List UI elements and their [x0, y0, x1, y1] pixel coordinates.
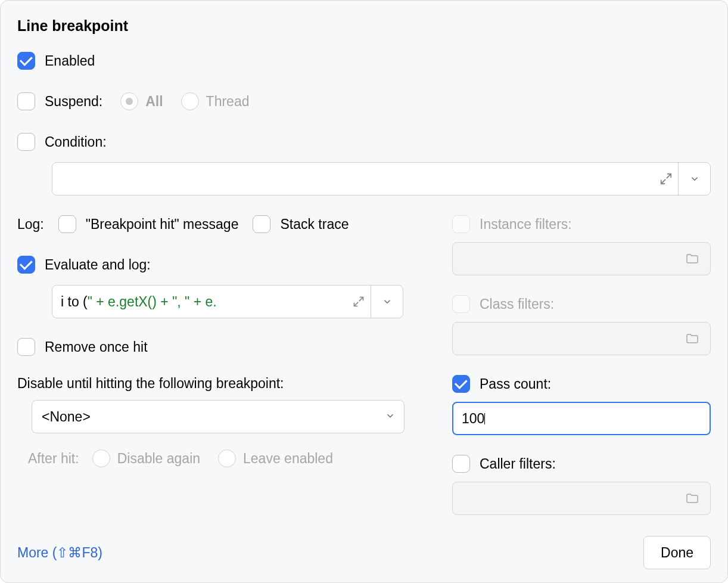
enabled-checkbox[interactable] — [17, 52, 35, 70]
log-stacktrace-checkbox[interactable] — [253, 215, 270, 233]
after-hit-label: After hit: — [28, 451, 79, 467]
suspend-all-radio — [120, 92, 138, 110]
expand-icon[interactable] — [347, 286, 371, 318]
disable-again-radio — [92, 449, 110, 467]
folder-icon — [679, 331, 705, 346]
disable-until-select[interactable]: <None> — [32, 400, 405, 433]
done-button[interactable]: Done — [643, 536, 711, 569]
enabled-label: Enabled — [45, 53, 95, 69]
instance-filters-label: Instance filters: — [480, 216, 572, 232]
expr-part: i to ( — [61, 294, 88, 309]
expr-part: , — [177, 294, 185, 309]
leave-enabled-radio — [218, 449, 236, 467]
disable-until-label: Disable until hitting the following brea… — [17, 376, 428, 392]
evaluate-history-dropdown[interactable] — [371, 286, 403, 318]
class-filters-input — [452, 322, 711, 355]
caller-filters-checkbox[interactable] — [452, 455, 470, 473]
evaluate-checkbox[interactable] — [17, 256, 35, 274]
done-label: Done — [661, 545, 693, 561]
log-stacktrace-label: Stack trace — [280, 216, 349, 232]
condition-checkbox[interactable] — [17, 133, 35, 151]
disable-until-value: <None> — [42, 409, 91, 425]
condition-input[interactable] — [52, 162, 711, 196]
remove-once-hit-checkbox[interactable] — [17, 338, 35, 356]
leave-enabled-label: Leave enabled — [243, 451, 333, 467]
pass-count-label: Pass count: — [480, 376, 551, 392]
breakpoint-dialog: Line breakpoint Enabled Suspend: All Thr… — [0, 0, 728, 583]
evaluate-expression-input[interactable]: i to (" + e.getX() + ", " + e. — [52, 285, 403, 318]
condition-label: Condition: — [45, 134, 107, 150]
expand-icon[interactable] — [654, 163, 678, 195]
evaluate-label: Evaluate and log: — [45, 257, 151, 273]
folder-icon — [679, 491, 705, 506]
pass-count-checkbox[interactable] — [452, 375, 470, 393]
condition-history-dropdown[interactable] — [678, 163, 710, 195]
caller-filters-label: Caller filters: — [480, 456, 556, 472]
disable-again-label: Disable again — [117, 451, 200, 467]
expr-part: " + e. — [185, 294, 217, 309]
log-breakpointhit-label: "Breakpoint hit" message — [86, 216, 239, 232]
instance-filters-checkbox — [452, 215, 470, 233]
suspend-label: Suspend: — [45, 94, 102, 110]
pass-count-input[interactable]: 100 — [452, 402, 711, 435]
dialog-title: Line breakpoint — [17, 17, 711, 35]
suspend-thread-radio — [181, 92, 199, 110]
suspend-checkbox[interactable] — [17, 92, 35, 110]
log-breakpointhit-checkbox[interactable] — [58, 215, 76, 233]
remove-once-hit-label: Remove once hit — [45, 339, 148, 355]
class-filters-label: Class filters: — [480, 296, 554, 312]
suspend-thread-label: Thread — [206, 94, 250, 110]
log-label: Log: — [17, 216, 44, 232]
class-filters-checkbox — [452, 295, 470, 313]
chevron-down-icon — [385, 409, 396, 425]
pass-count-value: 100 — [462, 411, 484, 427]
folder-icon — [679, 252, 705, 266]
caller-filters-input — [452, 482, 711, 515]
more-link[interactable]: More (⇧⌘F8) — [17, 545, 102, 561]
instance-filters-input — [452, 242, 711, 275]
expr-part: " + e.getX() + " — [88, 294, 178, 309]
suspend-all-label: All — [145, 94, 163, 110]
